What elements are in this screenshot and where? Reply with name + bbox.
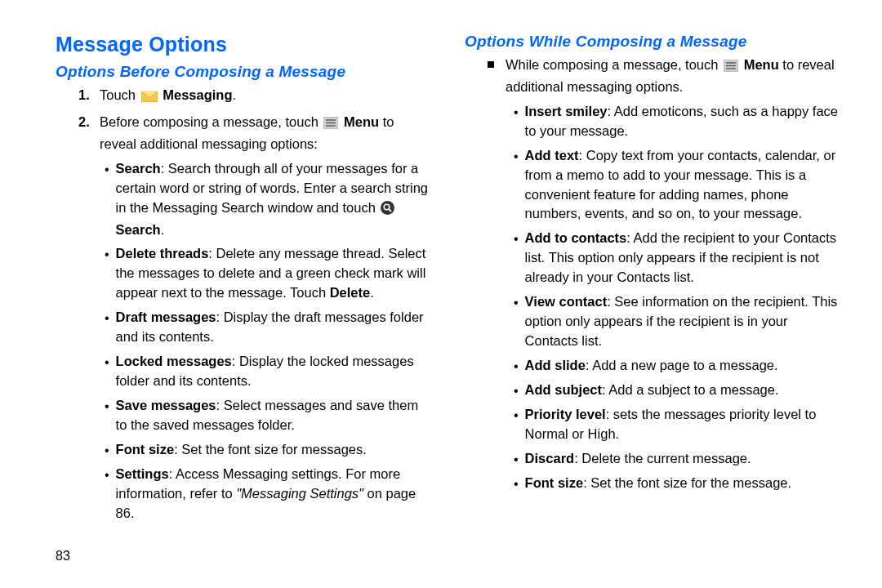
bullet-draft: Draft messages: Display the draft messag…: [105, 308, 432, 347]
square-bullet-icon: [488, 61, 494, 68]
step-number: 2.: [78, 113, 93, 132]
left-column: Message Options Options Before Composing…: [56, 33, 432, 528]
bullet-title: Font size: [116, 442, 175, 457]
bullet-title: View contact: [525, 294, 608, 309]
section-title-while: Options While Composing a Message: [465, 33, 841, 51]
bullet-insert-smiley: Insert smiley: Add emoticons, such as a …: [514, 102, 841, 141]
text: While composing a message, touch: [506, 57, 722, 72]
bullet-title: Priority level: [525, 407, 606, 421]
envelope-icon: [141, 88, 158, 108]
delete-label: Delete: [330, 285, 371, 300]
page-columns: Message Options Options Before Composing…: [56, 33, 841, 528]
bullet-delete-threads: Delete threads: Delete any message threa…: [105, 244, 432, 303]
text: .: [370, 285, 374, 300]
text: .: [232, 87, 236, 102]
bullet-title: Add subject: [525, 382, 602, 397]
bullet-priority: Priority level: sets the messages priori…: [514, 405, 841, 444]
bullet-search: Search: Search through all of your messa…: [105, 159, 432, 240]
step-1: 1. Touch Messaging.: [78, 86, 432, 108]
page-title: Message Options: [56, 33, 432, 56]
bullet-locked: Locked messages: Display the locked mess…: [105, 352, 432, 391]
bullet-title: Add text: [525, 148, 579, 163]
bullet-add-text: Add text: Copy text from your contacts, …: [514, 146, 841, 225]
bullet-title: Add slide: [525, 358, 586, 372]
step-body: Before composing a message, touch Menu t…: [100, 113, 432, 154]
search-icon: [381, 201, 394, 220]
bullet-add-slide: Add slide: Add a new page to a message.: [514, 356, 841, 376]
bullet-discard: Discard: Delete the current message.: [514, 449, 841, 469]
bullet-title: Discard: [525, 451, 575, 466]
text: .: [161, 222, 165, 237]
text: : Add a subject to a message.: [602, 382, 778, 397]
bullet-title: Locked messages: [116, 354, 232, 368]
cross-ref: "Messaging Settings": [236, 486, 363, 501]
menu-icon: [323, 115, 338, 135]
messaging-label: Messaging: [159, 87, 233, 102]
bullet-title: Search: [116, 161, 161, 176]
bullet-title: Draft messages: [116, 310, 216, 324]
text: Before composing a message, touch: [100, 114, 322, 129]
svg-point-5: [381, 201, 394, 215]
text: Touch: [100, 87, 140, 102]
bullet-fontsize: Font size: Set the font size for the mes…: [514, 474, 841, 493]
bullet-title: Font size: [525, 475, 584, 490]
text: : Set the font size for the message.: [583, 475, 791, 490]
right-bullets: Insert smiley: Add emoticons, such as a …: [514, 102, 841, 494]
bullet-title: Insert smiley: [525, 104, 608, 118]
step-body: Touch Messaging.: [100, 86, 432, 108]
step-number: 1.: [78, 86, 93, 105]
menu-label: Menu: [740, 57, 779, 72]
bullet-title: Delete threads: [116, 246, 209, 261]
lead-item: While composing a message, touch Menu to…: [488, 56, 841, 97]
bullet-fontsize: Font size: Set the font size for message…: [105, 440, 432, 460]
menu-icon: [724, 58, 738, 78]
bullet-settings: Settings: Access Messaging settings. For…: [105, 465, 432, 523]
left-bullets: Search: Search through all of your messa…: [105, 159, 432, 523]
right-column: Options While Composing a Message While …: [465, 33, 841, 528]
page-number: 83: [56, 549, 70, 564]
bullet-title: Add to contacts: [525, 230, 627, 245]
text: : Add a new page to a message.: [586, 358, 778, 372]
menu-label: Menu: [340, 114, 379, 129]
bullet-save: Save messages: Select messages and save …: [105, 396, 432, 435]
bullet-add-subject: Add subject: Add a subject to a message.: [514, 381, 841, 400]
text: : Set the font size for messages.: [174, 442, 367, 457]
bullet-title: Save messages: [116, 398, 216, 412]
search-label: Search: [116, 222, 161, 237]
bullet-add-contacts: Add to contacts: Add the recipient to yo…: [514, 229, 841, 287]
step-2: 2. Before composing a message, touch Men…: [78, 113, 432, 154]
bullet-title: Settings: [116, 466, 169, 481]
section-title-before: Options Before Composing a Message: [56, 63, 432, 81]
text: : Delete the current message.: [574, 451, 751, 466]
lead-body: While composing a message, touch Menu to…: [506, 56, 841, 97]
bullet-view-contact: View contact: See information on the rec…: [514, 292, 841, 351]
